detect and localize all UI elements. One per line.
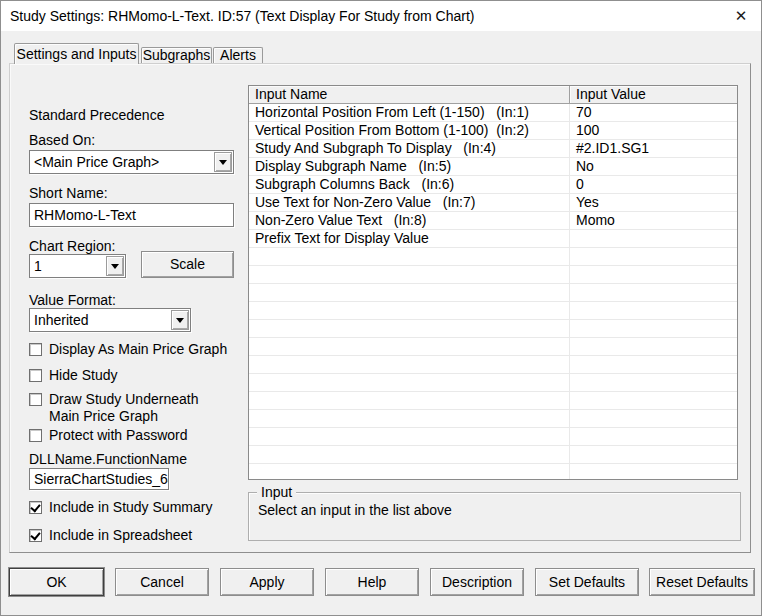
checkbox-box[interactable] xyxy=(29,369,42,382)
checkbox-draw-study-underneath-main-price-graph[interactable]: Draw Study Underneath Main Price Graph xyxy=(29,391,221,425)
table-row-empty[interactable] xyxy=(249,320,737,338)
table-row-empty[interactable] xyxy=(249,356,737,374)
apply-button[interactable]: Apply xyxy=(220,568,314,596)
table-row[interactable]: Horizontal Position From Left (1-150) (I… xyxy=(249,104,737,122)
checkbox-label: Include in Spreadsheet xyxy=(49,527,192,544)
input-value-cell xyxy=(570,464,737,480)
input-name-cell: Display Subgraph Name (In:5) xyxy=(249,158,570,175)
chevron-down-icon[interactable] xyxy=(171,310,189,330)
dll-function-input[interactable]: SierraChartStudies_64 xyxy=(29,468,169,490)
chevron-down-icon[interactable] xyxy=(106,256,124,276)
checkbox-box[interactable] xyxy=(29,343,42,356)
table-row[interactable]: Display Subgraph Name (In:5)No xyxy=(249,158,737,176)
input-name-cell xyxy=(249,392,570,409)
chart-region-value: 1 xyxy=(34,258,42,274)
cancel-button[interactable]: Cancel xyxy=(115,568,209,596)
table-row[interactable]: Subgraph Columns Back (In:6)0 xyxy=(249,176,737,194)
input-name-cell: Study And Subgraph To Display (In:4) xyxy=(249,140,570,157)
input-name-cell: Prefix Text for Display Value xyxy=(249,230,570,247)
set-defaults-button[interactable]: Set Defaults xyxy=(535,568,639,596)
window-title: Study Settings: RHMomo-L-Text. ID:57 (Te… xyxy=(10,8,474,24)
checkbox-label: Draw Study Underneath Main Price Graph xyxy=(49,391,221,425)
input-value-cell xyxy=(570,284,737,301)
checkbox-include-in-study-summary[interactable]: Include in Study Summary xyxy=(29,499,212,516)
ok-button[interactable]: OK xyxy=(9,568,104,596)
input-name-cell xyxy=(249,302,570,319)
checkbox-box[interactable] xyxy=(29,501,42,514)
table-row[interactable]: Prefix Text for Display Value xyxy=(249,230,737,248)
checkbox-label: Include in Study Summary xyxy=(49,499,212,516)
table-row[interactable]: Use Text for Non-Zero Value (In:7)Yes xyxy=(249,194,737,212)
value-format-value: Inherited xyxy=(34,312,88,328)
input-name-cell xyxy=(249,356,570,373)
scale-button[interactable]: Scale xyxy=(141,251,234,278)
input-groupbox-message: Select an input in the list above xyxy=(258,502,452,518)
short-name-label: Short Name: xyxy=(29,185,108,201)
standard-precedence-label: Standard Precedence xyxy=(29,107,164,123)
description-button[interactable]: Description xyxy=(430,568,524,596)
input-name-cell: Subgraph Columns Back (In:6) xyxy=(249,176,570,193)
short-name-input[interactable]: RHMomo-L-Text xyxy=(29,203,234,227)
input-name-cell: Use Text for Non-Zero Value (In:7) xyxy=(249,194,570,211)
help-button[interactable]: Help xyxy=(325,568,419,596)
reset-defaults-button[interactable]: Reset Defaults xyxy=(649,568,755,596)
chevron-down-icon[interactable] xyxy=(214,152,232,172)
table-row[interactable]: Study And Subgraph To Display (In:4)#2.I… xyxy=(249,140,737,158)
checkbox-box[interactable] xyxy=(29,529,42,542)
tab-alerts[interactable]: Alerts xyxy=(213,47,263,63)
table-row-empty[interactable] xyxy=(249,446,737,464)
table-row-empty[interactable] xyxy=(249,392,737,410)
table-row-empty[interactable] xyxy=(249,248,737,266)
input-value-cell: #2.ID1.SG1 xyxy=(570,140,737,157)
input-groupbox: Input Select an input in the list above xyxy=(248,492,741,541)
table-row-empty[interactable] xyxy=(249,284,737,302)
tab-subgraphs[interactable]: Subgraphs xyxy=(141,47,212,63)
input-name-cell xyxy=(249,248,570,265)
input-value-cell: Momo xyxy=(570,212,737,229)
input-name-cell: Horizontal Position From Left (1-150) (I… xyxy=(249,104,570,121)
table-row-empty[interactable] xyxy=(249,464,737,480)
input-value-cell xyxy=(570,446,737,463)
input-value-cell xyxy=(570,428,737,445)
input-name-cell xyxy=(249,410,570,427)
checkbox-protect-with-password[interactable]: Protect with Password xyxy=(29,427,188,444)
input-value-cell xyxy=(570,392,737,409)
input-value-cell: 100 xyxy=(570,122,737,139)
tab-settings-and-inputs[interactable]: Settings and Inputs xyxy=(14,43,139,64)
column-header-input-name[interactable]: Input Name xyxy=(249,86,570,103)
table-row-empty[interactable] xyxy=(249,302,737,320)
based-on-value: <Main Price Graph> xyxy=(34,154,159,170)
table-row-empty[interactable] xyxy=(249,428,737,446)
inputs-table: Input NameInput Value Horizontal Positio… xyxy=(248,85,738,480)
input-value-cell xyxy=(570,374,737,391)
input-name-cell xyxy=(249,464,570,480)
input-name-cell: Non-Zero Value Text (In:8) xyxy=(249,212,570,229)
checkbox-box[interactable] xyxy=(29,429,42,442)
input-name-cell xyxy=(249,284,570,301)
input-value-cell xyxy=(570,320,737,337)
table-row-empty[interactable] xyxy=(249,266,737,284)
value-format-select[interactable]: Inherited xyxy=(29,308,191,332)
checkbox-display-as-main-price-graph[interactable]: Display As Main Price Graph xyxy=(29,341,227,358)
checkbox-box[interactable] xyxy=(29,393,42,406)
table-row-empty[interactable] xyxy=(249,410,737,428)
dll-function-label: DLLName.FunctionName xyxy=(29,451,187,467)
table-row-empty[interactable] xyxy=(249,374,737,392)
table-row[interactable]: Non-Zero Value Text (In:8)Momo xyxy=(249,212,737,230)
table-row[interactable]: Vertical Position From Bottom (1-100) (I… xyxy=(249,122,737,140)
input-value-cell: No xyxy=(570,158,737,175)
checkbox-hide-study[interactable]: Hide Study xyxy=(29,367,117,384)
checkbox-label: Hide Study xyxy=(49,367,117,384)
chart-region-select[interactable]: 1 xyxy=(29,254,126,278)
input-name-cell xyxy=(249,320,570,337)
table-row-empty[interactable] xyxy=(249,338,737,356)
column-header-input-value[interactable]: Input Value xyxy=(570,86,737,103)
input-value-cell: 0 xyxy=(570,176,737,193)
checkbox-include-in-spreadsheet[interactable]: Include in Spreadsheet xyxy=(29,527,192,544)
input-value-cell xyxy=(570,338,737,355)
input-name-cell xyxy=(249,338,570,355)
based-on-select[interactable]: <Main Price Graph> xyxy=(29,150,234,174)
input-value-cell: 70 xyxy=(570,104,737,121)
input-name-cell xyxy=(249,446,570,463)
close-icon[interactable]: ✕ xyxy=(731,6,751,26)
